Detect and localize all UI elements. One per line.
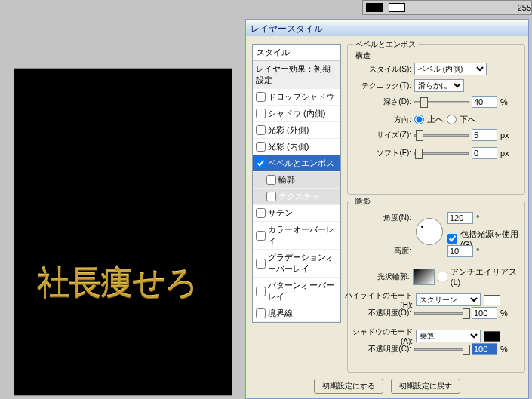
styles-sub[interactable]: レイヤー効果：初期設定	[253, 61, 340, 89]
depth-label: 深さ(D):	[354, 97, 411, 107]
tech-label: テクニック(T):	[354, 81, 411, 91]
size-label: サイズ(Z):	[354, 130, 411, 140]
angle-label: 角度(N):	[354, 213, 411, 223]
global-light-chk[interactable]	[447, 234, 457, 244]
dir-down[interactable]	[447, 115, 457, 124]
style-contour[interactable]: 輪郭	[253, 172, 340, 189]
depth-slider[interactable]	[414, 101, 469, 103]
shade-fieldset: 陰影 角度(N): 120° 包括光源を使用(G) 高度:10° 光沢輪郭:アン…	[347, 201, 525, 373]
dir-up[interactable]	[414, 115, 424, 124]
chk[interactable]	[256, 231, 266, 241]
alt-input[interactable]: 10	[447, 245, 473, 257]
hi-select[interactable]: スクリーン	[416, 293, 481, 306]
chk[interactable]	[256, 259, 266, 269]
soft-slider[interactable]	[414, 152, 469, 155]
op-label: 不透明度(O):	[354, 308, 411, 318]
styles-header[interactable]: スタイル	[253, 45, 340, 61]
alt-label: 高度:	[354, 246, 411, 256]
op-input[interactable]: 100	[472, 307, 497, 319]
default-button[interactable]: 初期設定にする	[314, 379, 383, 394]
angle-input[interactable]: 120	[447, 212, 473, 224]
style-select[interactable]: ベベル (内側)	[414, 63, 487, 75]
style-dropshadow[interactable]: ドロップシャドウ	[253, 89, 340, 106]
soft-label: ソフト(F):	[354, 148, 411, 158]
toolbar: 255	[362, 0, 532, 15]
tech-select[interactable]: 滑らかに	[414, 79, 464, 92]
dialog-title: レイヤースタイル	[246, 20, 528, 36]
shade-legend: 陰影	[353, 196, 373, 207]
chk[interactable]	[256, 287, 266, 296]
chk[interactable]	[256, 125, 266, 135]
size-input[interactable]: 5	[472, 129, 497, 141]
style-satin[interactable]: サテン	[253, 205, 340, 222]
size-slider[interactable]	[414, 134, 469, 137]
soft-input[interactable]: 0	[472, 147, 497, 159]
swatch-fg[interactable]	[366, 3, 383, 12]
style-stroke[interactable]: 境界線	[253, 305, 340, 322]
style-outerglow[interactable]: 光彩 (外側)	[253, 122, 340, 139]
reset-button[interactable]: 初期設定に戻す	[391, 379, 460, 394]
chk[interactable]	[256, 142, 266, 152]
bevel-legend: ベベルとエンボス	[353, 39, 418, 50]
layer-style-dialog: レイヤースタイル スタイル レイヤー効果：初期設定 ドロップシャドウ シャドウ …	[245, 19, 529, 399]
dir-label: 方向:	[354, 115, 411, 125]
sh-color[interactable]	[484, 331, 500, 342]
chk[interactable]	[256, 109, 266, 118]
dialog-buttons: 初期設定にする 初期設定に戻す	[246, 379, 528, 394]
chk[interactable]	[256, 92, 266, 102]
style-innershadow[interactable]: シャドウ (内側)	[253, 106, 340, 122]
style-color[interactable]: カラーオーバーレイ	[253, 222, 340, 250]
styles-list: スタイル レイヤー効果：初期設定 ドロップシャドウ シャドウ (内側) 光彩 (…	[252, 44, 341, 323]
depth-input[interactable]: 40	[472, 96, 497, 108]
hi-color[interactable]	[484, 295, 500, 305]
gold-text: 社長痩せろ	[37, 261, 197, 305]
gloss-contour[interactable]	[413, 269, 435, 285]
document-canvas: 社長痩せろ	[14, 68, 232, 396]
chk[interactable]	[256, 308, 266, 318]
op2-label: 不透明度(C):	[354, 344, 411, 354]
angle-wheel[interactable]	[416, 218, 443, 245]
bevel-fieldset: ベベルとエンボス 構造 スタイル(S):ベベル (内側) テクニック(T):滑ら…	[347, 44, 525, 195]
chk[interactable]	[266, 192, 276, 201]
style-gradient[interactable]: グラデーションオーバーレイ	[253, 250, 340, 278]
style-bevel[interactable]: ベベルとエンボス	[253, 155, 340, 172]
style-innerglow[interactable]: 光彩 (内側)	[253, 139, 340, 155]
anti-chk[interactable]	[438, 272, 447, 281]
chk[interactable]	[256, 208, 266, 218]
chk[interactable]	[266, 175, 276, 185]
style-pattern[interactable]: パターンオーバーレイ	[253, 278, 340, 305]
struct-label: 構造	[355, 51, 371, 61]
style-label: スタイル(S):	[354, 64, 411, 75]
chk[interactable]	[256, 158, 266, 168]
style-texture[interactable]: テクスチャ	[253, 189, 340, 205]
op-slider[interactable]	[414, 312, 469, 315]
swatch-bg[interactable]	[389, 3, 405, 12]
sh-select[interactable]: 乗算	[416, 330, 481, 342]
top-value: 255	[518, 3, 531, 12]
gloss-label: 光沢輪郭:	[354, 272, 410, 282]
op2-input[interactable]: 100	[472, 343, 497, 355]
op2-slider[interactable]	[414, 348, 469, 351]
